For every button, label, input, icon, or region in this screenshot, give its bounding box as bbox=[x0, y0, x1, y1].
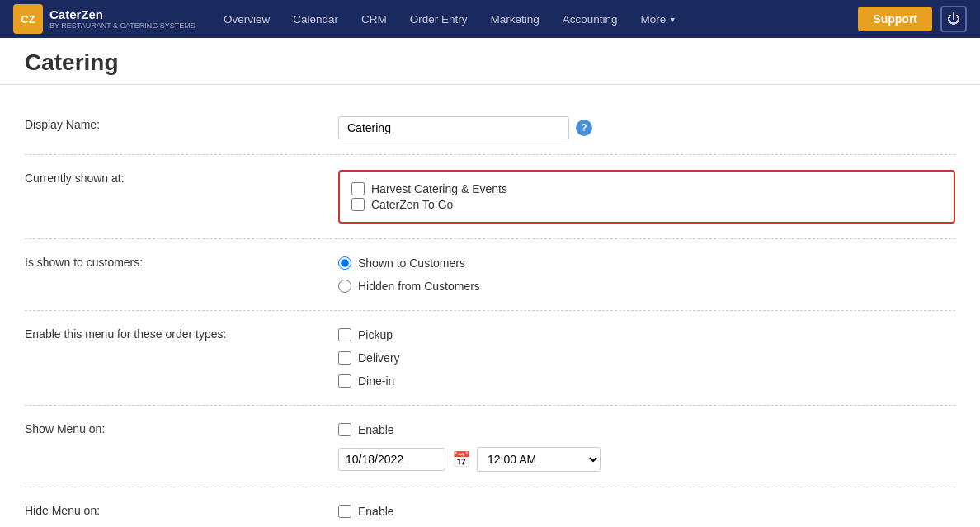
show-enable-label[interactable]: Enable bbox=[358, 423, 394, 436]
dine-in-checkbox[interactable] bbox=[338, 374, 351, 388]
nav-crm[interactable]: CRM bbox=[350, 0, 398, 38]
svg-text:CZ: CZ bbox=[21, 13, 35, 26]
hide-enable-label[interactable]: Enable bbox=[358, 505, 394, 518]
nav-right: Support ⏻ bbox=[858, 6, 967, 32]
delivery-row: Delivery bbox=[338, 351, 955, 365]
location1-label[interactable]: Harvest Catering & Events bbox=[371, 182, 507, 195]
location2-label[interactable]: CaterZen To Go bbox=[371, 198, 453, 211]
hidden-from-customers-row: Hidden from Customers bbox=[338, 280, 955, 293]
info-icon[interactable]: ? bbox=[576, 120, 592, 136]
dine-in-label[interactable]: Dine-in bbox=[358, 374, 394, 388]
display-name-label: Display Name: bbox=[25, 116, 338, 131]
brand-logo: CZ bbox=[13, 4, 43, 34]
show-menu-label: Show Menu on: bbox=[25, 421, 338, 435]
location2-row: CaterZen To Go bbox=[351, 198, 942, 211]
show-enable-checkbox[interactable] bbox=[338, 423, 351, 436]
is-shown-label: Is shown to customers: bbox=[25, 254, 338, 269]
location2-checkbox[interactable] bbox=[351, 198, 365, 211]
show-menu-control: Enable 📅 12:00 AM bbox=[338, 421, 955, 472]
page-header: Catering bbox=[0, 38, 980, 85]
currently-shown-row: Currently shown at: Harvest Catering & E… bbox=[25, 155, 955, 239]
brand-sub: BY RESTAURANT & CATERING SYSTEMS bbox=[49, 21, 196, 30]
logo-icon: CZ bbox=[16, 7, 40, 31]
nav-marketing[interactable]: Marketing bbox=[478, 0, 550, 38]
display-name-input-wrap: ? bbox=[338, 116, 955, 139]
show-time-select[interactable]: 12:00 AM bbox=[477, 447, 601, 472]
display-name-row: Display Name: ? bbox=[25, 101, 955, 155]
hidden-from-customers-label[interactable]: Hidden from Customers bbox=[358, 280, 480, 293]
enable-menu-control: Pickup Delivery Dine-in bbox=[338, 326, 955, 390]
currently-shown-control: Harvest Catering & Events CaterZen To Go bbox=[338, 170, 955, 224]
is-shown-control: Shown to Customers Hidden from Customers bbox=[338, 254, 955, 295]
nav-links: Overview Calendar CRM Order Entry Market… bbox=[212, 0, 858, 38]
show-enable-row: Enable bbox=[338, 423, 955, 436]
shown-to-customers-row: Shown to Customers bbox=[338, 256, 955, 270]
display-name-input[interactable] bbox=[338, 116, 569, 139]
delivery-label[interactable]: Delivery bbox=[358, 351, 400, 365]
nav-order-entry[interactable]: Order Entry bbox=[398, 0, 479, 38]
delivery-checkbox[interactable] bbox=[338, 351, 351, 365]
navbar: CZ CaterZen BY RESTAURANT & CATERING SYS… bbox=[0, 0, 980, 38]
location1-row: Harvest Catering & Events bbox=[351, 182, 942, 195]
display-name-control: ? bbox=[338, 116, 955, 139]
nav-more-label: More bbox=[641, 13, 667, 26]
hide-enable-checkbox[interactable] bbox=[338, 505, 351, 518]
show-calendar-icon[interactable]: 📅 bbox=[452, 450, 470, 468]
shown-at-box: Harvest Catering & Events CaterZen To Go bbox=[338, 170, 955, 224]
hide-menu-label: Hide Menu on: bbox=[25, 502, 338, 517]
main-content: Display Name: ? Currently shown at: Harv… bbox=[0, 85, 980, 527]
shown-to-customers-label[interactable]: Shown to Customers bbox=[358, 256, 465, 270]
is-shown-row: Is shown to customers: Shown to Customer… bbox=[25, 239, 955, 311]
hidden-from-customers-radio[interactable] bbox=[338, 280, 351, 293]
power-button[interactable]: ⏻ bbox=[940, 6, 967, 32]
enable-menu-row: Enable this menu for these order types: … bbox=[25, 311, 955, 406]
hide-menu-control: Enable 📅 12:00 AM bbox=[338, 502, 955, 527]
pickup-checkbox[interactable] bbox=[338, 328, 351, 341]
currently-shown-label: Currently shown at: bbox=[25, 170, 338, 185]
show-menu-row: Show Menu on: Enable 📅 12:00 AM bbox=[25, 406, 955, 487]
brand-text-wrap: CaterZen BY RESTAURANT & CATERING SYSTEM… bbox=[49, 8, 196, 31]
enable-menu-label: Enable this menu for these order types: bbox=[25, 326, 338, 341]
nav-more[interactable]: More ▾ bbox=[629, 0, 687, 38]
pickup-label[interactable]: Pickup bbox=[358, 328, 393, 341]
nav-overview[interactable]: Overview bbox=[212, 0, 281, 38]
shown-to-customers-radio[interactable] bbox=[338, 256, 351, 270]
nav-accounting[interactable]: Accounting bbox=[551, 0, 629, 38]
show-date-input[interactable] bbox=[338, 448, 445, 471]
dine-in-row: Dine-in bbox=[338, 374, 955, 388]
hide-menu-row: Hide Menu on: Enable 📅 12:00 AM bbox=[25, 487, 955, 527]
location1-checkbox[interactable] bbox=[351, 182, 365, 195]
brand-name: CaterZen bbox=[49, 8, 196, 22]
chevron-down-icon: ▾ bbox=[671, 15, 675, 24]
pickup-row: Pickup bbox=[338, 328, 955, 341]
hide-enable-row: Enable bbox=[338, 505, 955, 518]
support-button[interactable]: Support bbox=[858, 7, 932, 31]
nav-calendar[interactable]: Calendar bbox=[281, 0, 350, 38]
show-date-time-row: 📅 12:00 AM bbox=[338, 447, 955, 472]
page-title: Catering bbox=[25, 49, 955, 76]
brand[interactable]: CZ CaterZen BY RESTAURANT & CATERING SYS… bbox=[13, 4, 196, 34]
